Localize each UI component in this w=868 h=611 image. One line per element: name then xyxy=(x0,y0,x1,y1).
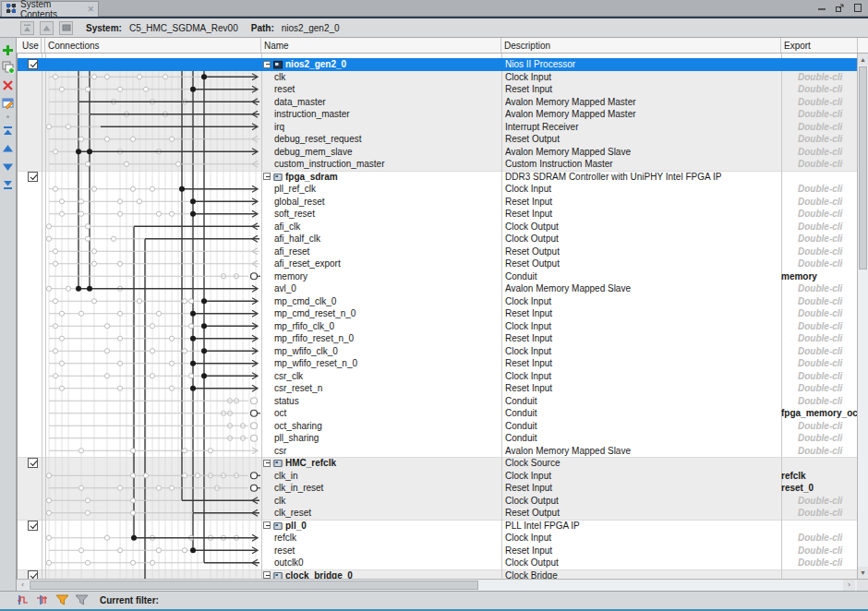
export-cell[interactable]: Double-cli xyxy=(798,233,857,246)
module-row[interactable]: pll_0PLL Intel FPGA IP xyxy=(18,520,857,533)
export-cell[interactable]: Double-cli xyxy=(798,545,857,557)
export-cell[interactable]: reset_0 xyxy=(781,482,857,495)
port-row[interactable]: data_masterAvalon Memory Mapped MasterDo… xyxy=(18,96,857,109)
module-row[interactable]: clock_bridge_0Clock Bridge xyxy=(18,569,857,580)
module-row[interactable]: nios2_gen2_0Nios II Processor xyxy=(18,58,857,71)
scroll-up-icon[interactable]: ▲ xyxy=(858,54,868,66)
port-row[interactable]: mp_wfifo_clk_0Clock InputDouble-cli xyxy=(18,345,857,358)
collapse-icon[interactable] xyxy=(263,173,271,180)
port-row[interactable]: afi_half_clkClock OutputDouble-cli xyxy=(18,233,857,246)
move-up-icon[interactable] xyxy=(2,142,15,155)
vertical-scrollbar[interactable]: ▲ ▼ xyxy=(857,54,868,579)
port-row[interactable]: clk_in_resetReset Inputreset_0 xyxy=(18,482,857,495)
port-row[interactable]: resetReset InputDouble-cli xyxy=(18,83,857,96)
port-row[interactable]: clk_resetReset OutputDouble-cli xyxy=(18,507,857,520)
export-cell[interactable]: Double-cli xyxy=(798,420,857,433)
export-cell[interactable]: Double-cli xyxy=(798,221,857,234)
export-cell[interactable]: Double-cli xyxy=(798,320,857,333)
move-up-icon[interactable] xyxy=(40,21,54,35)
add-icon[interactable] xyxy=(2,43,15,56)
port-row[interactable]: custom_instruction_masterCustom Instruct… xyxy=(18,158,857,171)
horizontal-scroll-thumb[interactable] xyxy=(30,581,478,590)
port-row[interactable]: debug_reset_requestReset OutputDouble-cl… xyxy=(18,133,857,146)
col-use[interactable]: Use xyxy=(22,38,39,54)
export-cell[interactable]: Double-cli xyxy=(798,382,857,395)
clear-filter-icon[interactable] xyxy=(75,594,89,607)
export-cell[interactable]: Double-cli xyxy=(798,282,857,295)
system-contents-table[interactable]: nios2_gen2_0Nios II ProcessorclkClock In… xyxy=(17,54,857,579)
use-checkbox[interactable] xyxy=(28,521,38,531)
port-row[interactable]: mp_rfifo_reset_n_0Reset InputDouble-cli xyxy=(18,332,857,345)
export-cell[interactable]: Double-cli xyxy=(798,133,857,146)
export-cell[interactable]: Double-cli xyxy=(798,295,857,308)
port-row[interactable]: oct_sharingConduitDouble-cli xyxy=(18,420,857,433)
port-row[interactable]: outclk0Clock OutputDouble-cli xyxy=(18,557,857,569)
export-cell[interactable]: Double-cli xyxy=(798,507,857,520)
port-row[interactable]: clkClock OutputDouble-cli xyxy=(18,495,857,508)
export-cell[interactable]: Double-cli xyxy=(798,183,857,196)
port-row[interactable]: mp_wfifo_reset_n_0Reset InputDouble-cli xyxy=(18,357,857,370)
close-icon[interactable]: ✕ xyxy=(87,5,94,14)
export-cell[interactable]: Double-cli xyxy=(798,532,857,545)
port-row[interactable]: global_resetReset InputDouble-cli xyxy=(18,196,857,209)
port-row[interactable]: clkClock InputDouble-cli xyxy=(18,71,857,84)
export-cell[interactable]: Double-cli xyxy=(798,108,857,121)
collapse-icon[interactable] xyxy=(263,571,271,579)
port-row[interactable]: refclkClock InputDouble-cli xyxy=(18,532,857,545)
remove-icon[interactable] xyxy=(2,78,15,91)
port-row[interactable]: clk_inClock Inputrefclk xyxy=(18,470,857,483)
export-cell[interactable]: Double-cli xyxy=(798,158,857,171)
col-connections[interactable]: Connections xyxy=(48,38,100,54)
export-cell[interactable]: Double-cli xyxy=(798,71,857,84)
maximize-button[interactable] xyxy=(853,3,862,13)
port-row[interactable]: soft_resetReset InputDouble-cli xyxy=(18,208,857,221)
export-cell[interactable]: Double-cli xyxy=(798,146,857,159)
export-cell[interactable]: Double-cli xyxy=(798,96,857,109)
export-cell[interactable]: Double-cli xyxy=(798,83,857,96)
export-cell[interactable]: Double-cli xyxy=(798,445,857,458)
duplicate-icon[interactable] xyxy=(2,61,15,74)
clock-crossing-icon[interactable] xyxy=(17,594,30,607)
export-cell[interactable]: Double-cli xyxy=(798,432,857,445)
export-cell[interactable]: Double-cli xyxy=(798,357,857,370)
use-checkbox[interactable] xyxy=(28,172,38,182)
export-cell[interactable]: Double-cli xyxy=(798,345,857,358)
export-cell[interactable]: Double-cli xyxy=(798,557,857,569)
export-cell[interactable]: Double-cli xyxy=(798,208,857,221)
timing-icon[interactable] xyxy=(36,594,50,607)
port-row[interactable]: irqInterrupt ReceiverDouble-cli xyxy=(18,121,857,134)
port-row[interactable]: afi_clkClock OutputDouble-cli xyxy=(18,221,857,234)
use-checkbox[interactable] xyxy=(28,458,38,468)
port-row[interactable]: afi_reset_exportReset OutputDouble-cli xyxy=(18,258,857,270)
col-name[interactable]: Name xyxy=(264,38,289,54)
port-row[interactable]: mp_cmd_reset_n_0Reset InputDouble-cli xyxy=(18,307,857,320)
port-row[interactable]: debug_mem_slaveAvalon Memory Mapped Slav… xyxy=(18,146,857,159)
export-cell[interactable]: refclk xyxy=(781,470,857,483)
port-row[interactable]: avl_0Avalon Memory Mapped SlaveDouble-cl… xyxy=(18,282,857,295)
port-row[interactable]: mp_cmd_clk_0Clock InputDouble-cli xyxy=(18,295,857,308)
port-row[interactable]: afi_resetReset OutputDouble-cli xyxy=(18,246,857,258)
scroll-right-icon[interactable]: › xyxy=(843,580,855,591)
port-row[interactable]: memoryConduitmemory xyxy=(18,270,857,283)
move-top-icon[interactable] xyxy=(20,21,34,35)
export-cell[interactable]: Double-cli xyxy=(798,121,857,134)
module-row[interactable]: HMC_refclkClock Source xyxy=(18,457,857,470)
vertical-scroll-thumb[interactable] xyxy=(859,66,867,270)
port-row[interactable]: resetReset InputDouble-cli xyxy=(18,545,857,557)
export-cell[interactable]: Double-cli xyxy=(798,370,857,383)
port-row[interactable]: pll_ref_clkClock InputDouble-cli xyxy=(18,183,857,196)
float-button[interactable] xyxy=(835,3,845,13)
port-row[interactable]: octConduitfpga_memory_oct xyxy=(18,407,857,420)
port-row[interactable]: csr_reset_nReset InputDouble-cli xyxy=(18,382,857,395)
collapse-icon[interactable] xyxy=(263,460,271,467)
export-cell[interactable]: Double-cli xyxy=(798,495,857,508)
scroll-down-icon[interactable]: ▼ xyxy=(858,567,868,579)
export-cell[interactable]: Double-cli xyxy=(798,246,857,258)
minimize-button[interactable] xyxy=(817,3,826,12)
export-cell[interactable]: Double-cli xyxy=(798,258,857,270)
export-cell[interactable]: Double-cli xyxy=(798,196,857,209)
export-cell[interactable]: memory xyxy=(781,270,857,283)
port-row[interactable]: instruction_masterAvalon Memory Mapped M… xyxy=(18,108,857,121)
port-row[interactable]: pll_sharingConduitDouble-cli xyxy=(18,432,857,445)
move-bottom-icon[interactable] xyxy=(2,177,15,190)
